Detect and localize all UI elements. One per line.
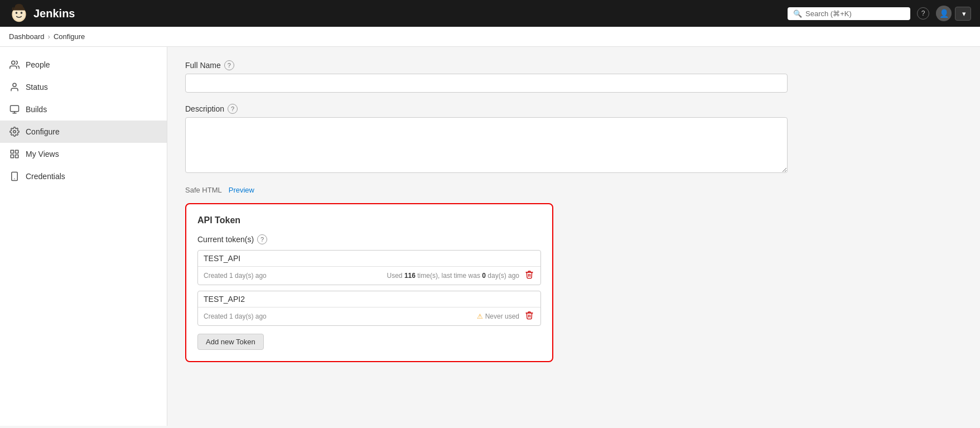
trash-icon-2 [525,311,534,320]
breadcrumb: Dashboard › Configure [0,27,980,47]
status-icon [9,81,20,93]
token-name-row-1 [198,251,540,267]
sidebar-label-configure: Configure [26,127,60,136]
sidebar-item-builds[interactable]: Builds [0,98,167,121]
search-icon: 🔍 [793,9,802,18]
sidebar-label-builds: Builds [26,105,47,114]
sidebar-item-configure[interactable]: Configure [0,121,167,143]
token-usage-right-1: Used 116 time(s), last time was 0 day(s)… [387,269,535,282]
my-views-icon [9,148,20,160]
sidebar-label-people: People [26,60,50,69]
svg-point-10 [13,131,16,133]
api-token-box: API Token Current token(s) ? Created 1 d… [185,203,553,362]
search-bar[interactable]: 🔍 Search (⌘+K) [788,7,910,20]
svg-point-5 [12,61,15,64]
svg-point-4 [15,4,23,9]
safe-html-links: Safe HTML Preview [185,186,962,194]
full-name-group: Full Name ? [185,60,962,93]
user-menu[interactable]: 👤 ▾ [936,6,971,21]
breadcrumb-dashboard[interactable]: Dashboard [9,32,45,41]
full-name-label-row: Full Name ? [185,60,962,70]
full-name-label: Full Name [185,61,221,70]
svg-rect-13 [16,155,18,158]
description-help-icon[interactable]: ? [228,104,238,114]
token-entry-2: Created 1 day(s) ago ⚠ Never used [197,291,541,326]
breadcrumb-sep-1: › [48,32,50,41]
credentials-icon [9,171,20,182]
app-header: Jenkins 🔍 Search (⌘+K) ? 👤 ▾ [0,0,980,27]
current-tokens-label: Current token(s) [197,235,254,244]
add-token-button[interactable]: Add new Token [197,334,264,350]
preview-link[interactable]: Preview [229,186,254,194]
full-name-help-icon[interactable]: ? [224,60,234,70]
app-title: Jenkins [33,7,75,20]
search-placeholder-text: Search (⌘+K) [805,9,852,18]
token-meta-row-1: Created 1 day(s) ago Used 116 time(s), l… [198,267,540,285]
configure-icon [9,126,20,137]
never-used-text: Never used [485,312,519,320]
never-used-badge: ⚠ Never used [477,312,519,320]
warning-icon: ⚠ [477,312,483,320]
token-meta-row-2: Created 1 day(s) ago ⚠ Never used [198,307,540,325]
breadcrumb-current: Configure [54,32,85,41]
sidebar-item-status[interactable]: Status [0,76,167,98]
current-tokens-label-row: Current token(s) ? [197,234,541,244]
sidebar-label-my-views: My Views [26,150,59,158]
sidebar-item-people[interactable]: People [0,54,167,76]
description-group: Description ? [185,104,962,175]
svg-rect-12 [16,150,18,153]
user-avatar-icon: 👤 [936,6,952,21]
token-entry-1: Created 1 day(s) ago Used 116 time(s), l… [197,250,541,285]
main-content: Full Name ? Description ? Safe HTML Prev… [167,47,980,426]
current-tokens-help-icon[interactable]: ? [257,234,267,244]
sidebar: People Status Builds [0,47,167,426]
help-button[interactable]: ? [917,7,929,20]
builds-icon [9,104,20,115]
token-usage-text-1: Used 116 time(s), last time was 0 day(s)… [387,272,519,280]
sidebar-item-my-views[interactable]: My Views [0,143,167,165]
token-delete-button-1[interactable] [524,269,535,282]
trash-icon-1 [525,270,534,279]
token-name-row-2 [198,291,540,307]
sidebar-item-credentials[interactable]: Credentials [0,165,167,187]
page-layout: People Status Builds [0,47,980,426]
safe-html-label: Safe HTML [185,186,222,194]
user-dropdown[interactable]: ▾ [955,7,971,21]
full-name-input[interactable] [185,74,788,93]
svg-rect-7 [11,105,19,112]
svg-rect-11 [11,150,13,153]
svg-point-2 [16,12,18,14]
sidebar-label-status: Status [26,83,48,92]
jenkins-logo[interactable]: Jenkins [9,3,75,23]
svg-point-3 [21,12,23,14]
token-delete-button-2[interactable] [524,310,535,323]
token-name-input-2[interactable] [204,295,535,304]
description-textarea[interactable] [185,117,788,173]
people-icon [9,59,20,70]
sidebar-label-credentials: Credentials [26,172,65,181]
description-label-row: Description ? [185,104,962,114]
token-created-1: Created 1 day(s) ago [204,272,267,280]
svg-point-6 [13,83,16,86]
token-name-input-1[interactable] [204,254,535,263]
token-created-2: Created 1 day(s) ago [204,312,267,320]
token-usage-right-2: ⚠ Never used [477,310,535,323]
svg-rect-14 [11,155,13,158]
description-label: Description [185,104,224,113]
chevron-down-icon: ▾ [962,9,966,18]
api-token-title: API Token [197,215,541,225]
